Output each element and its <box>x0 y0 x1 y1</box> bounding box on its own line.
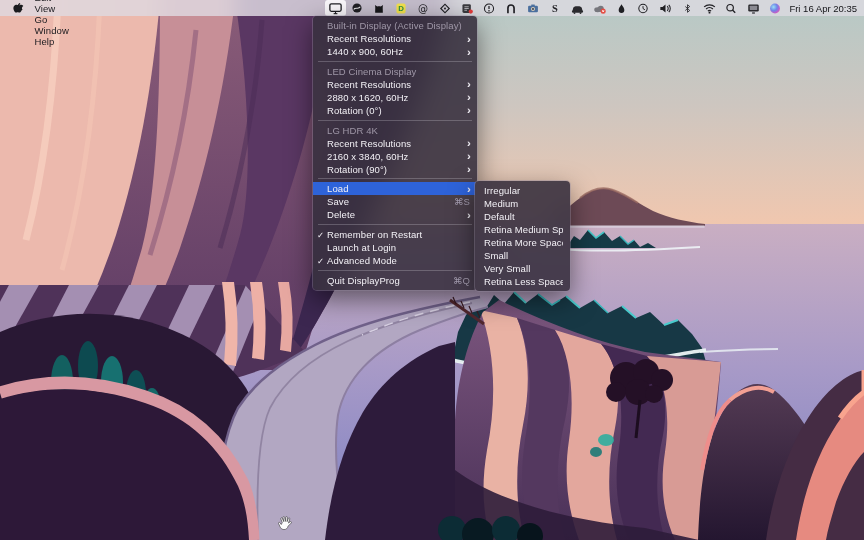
swirl-icon[interactable] <box>346 0 368 16</box>
menu-item-label: Retina Medium Space <box>484 224 563 235</box>
submenu-arrow-icon: › <box>467 79 471 89</box>
menubar-clock[interactable]: Fri 16 Apr 20:35 <box>789 3 857 14</box>
submenu-arrow-icon: › <box>467 47 471 57</box>
menu-item-label: Rotation (90°) <box>327 164 467 175</box>
menu-item-label: Load <box>327 183 467 194</box>
shortcut-label: ⌘S <box>454 196 470 207</box>
menu-item-remember-on-restart[interactable]: ✓Remember on Restart <box>313 228 477 241</box>
menu-separator <box>318 61 472 62</box>
load-submenu: IrregularMediumDefaultRetina Medium Spac… <box>475 181 570 291</box>
time-machine-icon[interactable] <box>632 0 654 16</box>
menu-item-quit-displayprog[interactable]: Quit DisplayProg⌘Q <box>313 274 477 287</box>
cat-icon[interactable] <box>368 0 390 16</box>
menu-item-1440-x-900-60hz[interactable]: 1440 x 900, 60Hz› <box>313 45 477 58</box>
wifi-icon[interactable] <box>698 0 720 16</box>
notes-badge-icon[interactable] <box>456 0 478 16</box>
cloud-error-icon[interactable] <box>588 0 610 16</box>
menu-item-label: LED Cinema Display <box>327 66 470 77</box>
menu-item-2880-x-1620-60hz[interactable]: 2880 x 1620, 60Hz› <box>313 91 477 104</box>
menu-separator <box>318 224 472 225</box>
menu-item-2160-x-3840-60hz[interactable]: 2160 x 3840, 60Hz› <box>313 150 477 163</box>
submenu-arrow-icon: › <box>467 34 471 44</box>
menu-item-rotation-90[interactable]: Rotation (90°)› <box>313 163 477 176</box>
menu-separator <box>318 270 472 271</box>
menubar-item-go[interactable]: Go <box>28 14 75 25</box>
menu-item-label: Default <box>484 211 563 222</box>
at-circle-icon[interactable]: @ <box>412 0 434 16</box>
menu-item-retina-medium-space[interactable]: Retina Medium Space <box>475 223 570 236</box>
hand-cursor <box>276 515 292 532</box>
menu-item-default[interactable]: Default <box>475 210 570 223</box>
menu-item-delete[interactable]: Delete› <box>313 208 477 221</box>
bluetooth-icon[interactable] <box>676 0 698 16</box>
menu-item-irregular[interactable]: Irregular <box>475 184 570 197</box>
menu-item-very-small[interactable]: Very Small <box>475 262 570 275</box>
exclamation-circle-icon[interactable] <box>478 0 500 16</box>
svg-text:@: @ <box>418 2 428 13</box>
menubar-app-menus: FinderFileEditViewGoWindowHelp <box>28 0 75 47</box>
menu-header-lg-hdr-4k: LG HDR 4K <box>313 124 477 137</box>
menu-item-label: Recent Resolutions <box>327 79 467 90</box>
volume-icon[interactable] <box>654 0 676 16</box>
menubar-item-help[interactable]: Help <box>28 36 75 47</box>
menubar-item-window[interactable]: Window <box>28 25 75 36</box>
compass-icon[interactable] <box>434 0 456 16</box>
menu-item-label: Medium <box>484 198 563 209</box>
svg-text:D: D <box>399 4 405 13</box>
menu-item-recent-resolutions[interactable]: Recent Resolutions› <box>313 137 477 150</box>
d-app-icon[interactable]: D <box>390 0 412 16</box>
menu-item-label: 2160 x 3840, 60Hz <box>327 151 467 162</box>
shortcut-label: ⌘Q <box>453 275 470 286</box>
menu-item-label: Recent Resolutions <box>327 33 467 44</box>
menu-item-label: LG HDR 4K <box>327 125 470 136</box>
menu-item-label: Very Small <box>484 263 563 274</box>
menu-item-save[interactable]: Save⌘S <box>313 195 477 208</box>
menu-item-label: 2880 x 1620, 60Hz <box>327 92 467 103</box>
menu-separator <box>318 120 472 121</box>
camera-icon[interactable] <box>522 0 544 16</box>
menu-item-label: Rotation (0°) <box>327 105 467 116</box>
ink-drop-icon[interactable] <box>610 0 632 16</box>
apple-logo-icon <box>13 2 24 15</box>
menu-item-label: Small <box>484 250 563 261</box>
menu-item-load[interactable]: Load› <box>313 182 477 195</box>
submenu-arrow-icon: › <box>467 210 471 220</box>
submenu-arrow-icon: › <box>467 184 471 194</box>
menu-item-medium[interactable]: Medium <box>475 197 570 210</box>
menu-item-label: Built-in Display (Active Display) <box>327 20 470 31</box>
menu-item-label: Retina Less Space <box>484 276 563 287</box>
menu-item-label: Remember on Restart <box>327 229 470 240</box>
active-monitor-icon[interactable] <box>325 0 346 16</box>
menu-item-rotation-0[interactable]: Rotation (0°)› <box>313 104 477 117</box>
menu-item-label: 1440 x 900, 60Hz <box>327 46 467 57</box>
menu-item-label: Retina More Space <box>484 237 563 248</box>
menu-item-label: Quit DisplayProg <box>327 275 447 286</box>
magnet-icon[interactable] <box>500 0 522 16</box>
menu-item-label: Delete <box>327 209 467 220</box>
submenu-arrow-icon: › <box>467 105 471 115</box>
menu-item-retina-less-space[interactable]: Retina Less Space <box>475 275 570 288</box>
s-letter-icon[interactable]: S <box>544 0 566 16</box>
menu-item-label: Irregular <box>484 185 563 196</box>
menu-item-launch-at-login[interactable]: Launch at Login <box>313 241 477 254</box>
siri-icon[interactable] <box>764 0 786 16</box>
menu-item-advanced-mode[interactable]: ✓Advanced Mode <box>313 254 477 267</box>
menubar-item-view[interactable]: View <box>28 3 75 14</box>
menu-separator <box>318 178 472 179</box>
menu-item-recent-resolutions[interactable]: Recent Resolutions› <box>313 32 477 45</box>
menu-item-label: Advanced Mode <box>327 255 470 266</box>
submenu-arrow-icon: › <box>467 164 471 174</box>
menu-item-recent-resolutions[interactable]: Recent Resolutions› <box>313 78 477 91</box>
menu-item-small[interactable]: Small <box>475 249 570 262</box>
svg-text:S: S <box>552 3 558 14</box>
display-settings-icon[interactable] <box>742 0 764 16</box>
search-icon[interactable] <box>720 0 742 16</box>
menu-item-retina-more-space[interactable]: Retina More Space <box>475 236 570 249</box>
apple-menu[interactable] <box>13 2 24 15</box>
submenu-arrow-icon: › <box>467 138 471 148</box>
menu-item-label: Launch at Login <box>327 242 470 253</box>
menu-item-label: Recent Resolutions <box>327 138 467 149</box>
submenu-arrow-icon: › <box>467 151 471 161</box>
menu-bar: FinderFileEditViewGoWindowHelp D @ <box>0 0 864 16</box>
vehicle-icon[interactable] <box>566 0 588 16</box>
